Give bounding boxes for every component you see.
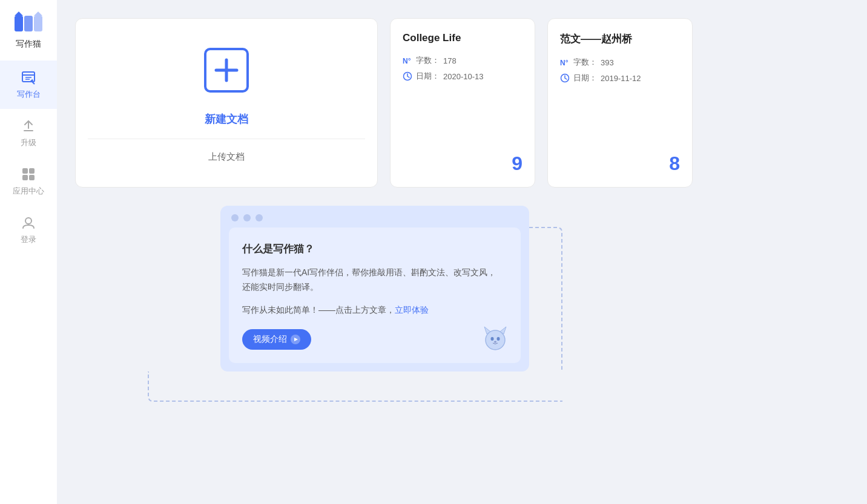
sidebar-item-upgrade[interactable]: 升级	[0, 109, 57, 157]
svg-text:N°: N°	[403, 57, 411, 65]
svg-point-26	[486, 330, 505, 350]
traffic-dot-1	[231, 214, 239, 221]
svg-marker-3	[15, 11, 23, 16]
dashed-bottom-extension	[148, 371, 562, 402]
traffic-dot-3	[255, 214, 263, 221]
date-label-1: 日期：	[573, 73, 597, 83]
new-doc-divider	[88, 139, 365, 139]
logo-icon	[13, 11, 44, 36]
info-panel-footer	[220, 363, 529, 371]
word-count-value-0: 178	[443, 56, 457, 65]
date-value-1: 2019-11-12	[601, 74, 641, 83]
svg-text:N°: N°	[560, 59, 569, 67]
date-row-0: 日期： 2020-10-13	[403, 71, 523, 82]
sidebar-item-app-center-label: 应用中心	[13, 186, 44, 197]
sidebar-item-writing-desk[interactable]: 写作台	[0, 61, 57, 109]
info-panel-desc: 写作猫是新一代AI写作伴侣，帮你推敲用语、斟酌文法、改写文风，还能实时同步翻译。	[242, 266, 507, 295]
info-panel-question: 什么是写作猫？	[242, 242, 507, 256]
video-btn-label: 视频介绍	[253, 334, 287, 345]
video-intro-button[interactable]: 视频介绍	[242, 329, 311, 350]
cards-row: 新建文档 上传文档 College Life N° 字数： 178	[75, 18, 849, 188]
cat-mascot	[481, 324, 510, 353]
svg-rect-13	[29, 168, 35, 174]
svg-point-29	[491, 337, 494, 341]
date-icon-1	[560, 73, 570, 83]
doc-card-1-title: 范文——赵州桥	[560, 32, 680, 46]
sidebar-item-upgrade-label: 升级	[21, 137, 36, 148]
word-count-value-1: 393	[601, 58, 614, 67]
word-count-icon-0: N°	[403, 56, 412, 65]
writing-desk-icon	[21, 70, 36, 85]
new-doc-card[interactable]: 新建文档 上传文档	[75, 18, 378, 188]
app-center-icon	[21, 166, 36, 182]
doc-card-1-meta: N° 字数： 393 日期： 2019-11-12	[560, 57, 680, 83]
cta-text: 写作从未如此简单！——点击上方文章，	[242, 305, 395, 315]
play-icon	[291, 335, 300, 344]
dashed-right-extension	[529, 227, 562, 371]
word-count-label-0: 字数：	[416, 55, 440, 66]
info-panel: 什么是写作猫？ 写作猫是新一代AI写作伴侣，帮你推敲用语、斟酌文法、改写文风，还…	[220, 206, 529, 371]
word-count-label-1: 字数：	[573, 57, 597, 68]
svg-point-30	[497, 337, 500, 341]
svg-rect-2	[34, 16, 42, 31]
svg-marker-4	[34, 11, 42, 16]
sidebar-item-app-center[interactable]: 应用中心	[0, 157, 57, 206]
sidebar-item-login[interactable]: 登录	[0, 206, 57, 254]
new-doc-title: 新建文档	[205, 112, 248, 126]
svg-rect-12	[22, 168, 28, 174]
date-value-0: 2020-10-13	[443, 72, 484, 81]
word-count-row-1: N° 字数： 393	[560, 57, 680, 68]
sidebar: 写作猫 写作台 升级	[0, 0, 57, 504]
svg-rect-1	[24, 16, 33, 31]
upload-label[interactable]: 上传文档	[208, 151, 245, 163]
word-count-icon-1: N°	[560, 57, 570, 67]
doc-card-0[interactable]: College Life N° 字数： 178 日期： 2020-10-13	[390, 18, 535, 188]
app-name: 写作猫	[16, 39, 41, 50]
date-icon-0	[403, 71, 412, 81]
sidebar-nav: 写作台 升级 应用中心	[0, 61, 57, 254]
sidebar-item-login-label: 登录	[21, 234, 36, 245]
main-content: 新建文档 上传文档 College Life N° 字数： 178	[57, 0, 867, 504]
cta-link[interactable]: 立即体验	[395, 305, 429, 315]
doc-card-0-title: College Life	[403, 32, 523, 44]
doc-card-1-count: 8	[560, 152, 680, 175]
new-doc-icon	[199, 43, 254, 100]
doc-card-0-count: 9	[403, 152, 523, 175]
traffic-dot-2	[243, 214, 251, 221]
date-row-1: 日期： 2019-11-12	[560, 73, 680, 83]
word-count-row-0: N° 字数： 178	[403, 55, 523, 66]
app-logo: 写作猫	[0, 0, 57, 61]
svg-rect-15	[29, 175, 35, 180]
svg-rect-0	[15, 16, 23, 31]
date-label-0: 日期：	[416, 71, 440, 82]
info-panel-body: 什么是写作猫？ 写作猫是新一代AI写作伴侣，帮你推敲用语、斟酌文法、改写文风，还…	[229, 227, 521, 363]
doc-card-1[interactable]: 范文——赵州桥 N° 字数： 393 日期： 2019-11-12	[547, 18, 693, 188]
login-icon	[21, 215, 36, 231]
upgrade-icon	[21, 118, 36, 134]
svg-point-16	[25, 218, 31, 224]
svg-point-31	[494, 341, 496, 343]
info-panel-header	[220, 206, 529, 227]
doc-card-0-meta: N° 字数： 178 日期： 2020-10-13	[403, 55, 523, 82]
info-panel-cta: 写作从未如此简单！——点击上方文章，立即体验	[242, 303, 507, 318]
svg-rect-14	[22, 175, 28, 180]
sidebar-item-writing-desk-label: 写作台	[17, 89, 41, 100]
